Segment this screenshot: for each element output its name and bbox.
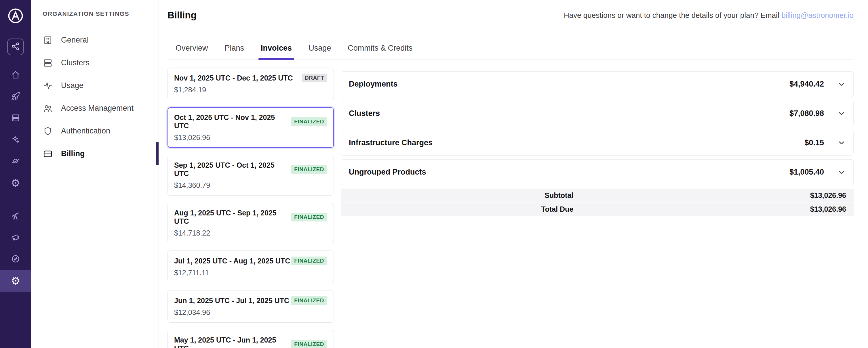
invoices-content: Nov 1, 2025 UTC - Dec 1, 2025 UTC DRAFT … <box>167 68 854 348</box>
charge-group-amount: $1,005.40 <box>789 168 824 177</box>
charge-group-ungrouped[interactable]: Ungrouped Products $1,005.40 <box>341 159 854 185</box>
chevron-down-icon[interactable] <box>837 109 846 118</box>
sidebar-item-label: Clusters <box>61 58 90 67</box>
sidebar-item-usage[interactable]: Usage <box>31 74 159 97</box>
tab-commits-credits[interactable]: Commits & Credits <box>348 44 412 60</box>
compass-icon <box>11 254 20 264</box>
page-title: Billing <box>167 10 196 21</box>
charge-group-amount: $0.15 <box>804 138 824 147</box>
sidebar-header: ORGANIZATION SETTINGS <box>42 10 159 17</box>
invoice-summary: Subtotal $13,026.96 Total Due $13,026.96 <box>341 189 854 216</box>
rail-button-home[interactable] <box>0 64 31 86</box>
invoice-card[interactable]: Jul 1, 2025 UTC - Aug 1, 2025 UTC FINALI… <box>167 251 334 283</box>
rail-button-deployments[interactable] <box>0 86 31 107</box>
invoice-period: May 1, 2025 UTC - Jun 1, 2025 UTC <box>174 336 291 348</box>
telescope-icon <box>11 211 20 221</box>
invoice-list: Nov 1, 2025 UTC - Dec 1, 2025 UTC DRAFT … <box>167 68 334 348</box>
tab-plans[interactable]: Plans <box>225 44 244 60</box>
invoice-card[interactable]: Oct 1, 2025 UTC - Nov 1, 2025 UTC FINALI… <box>167 107 334 148</box>
users-icon <box>42 103 53 114</box>
rail-button-help[interactable] <box>0 249 31 270</box>
sidebar-item-authentication[interactable]: Authentication <box>31 120 159 143</box>
home-icon <box>11 70 20 81</box>
invoice-period: Sep 1, 2025 UTC - Oct 1, 2025 UTC <box>174 161 291 178</box>
org-switcher-button[interactable] <box>7 38 24 55</box>
total-due-row: Total Due $13,026.96 <box>341 202 854 216</box>
invoice-amount: $12,711.11 <box>174 268 327 277</box>
total-due-amount: $13,026.96 <box>573 205 846 213</box>
sidebar-item-general[interactable]: General <box>31 29 159 52</box>
org-nodes-icon <box>11 42 20 52</box>
invoice-status-badge: FINALIZED <box>291 257 327 265</box>
invoice-card[interactable]: May 1, 2025 UTC - Jun 1, 2025 UTC FINALI… <box>167 330 334 348</box>
sidebar-item-billing[interactable]: Billing <box>31 143 159 165</box>
billing-email-link[interactable]: billing@astronomer.io <box>782 11 854 20</box>
sidebar-item-label: Authentication <box>61 127 110 135</box>
sidebar-item-access-management[interactable]: Access Management <box>31 97 159 120</box>
gear-icon: ⚙ <box>11 276 20 286</box>
invoice-period: Jul 1, 2025 UTC - Aug 1, 2025 UTC <box>174 257 290 265</box>
megaphone-icon <box>11 233 20 243</box>
rail-button-clusters[interactable] <box>0 107 31 129</box>
activity-icon <box>42 81 53 91</box>
charge-group-infrastructure[interactable]: Infrastructure Charges $0.15 <box>341 130 854 156</box>
invoice-amount: $14,718.22 <box>174 229 327 237</box>
chevron-down-icon[interactable] <box>837 168 846 177</box>
invoice-amount: $14,360.79 <box>174 181 327 190</box>
chevron-down-icon[interactable] <box>837 138 846 147</box>
invoice-period: Oct 1, 2025 UTC - Nov 1, 2025 UTC <box>174 113 291 130</box>
sidebar-item-clusters[interactable]: Clusters <box>31 52 159 74</box>
tab-usage[interactable]: Usage <box>309 44 331 60</box>
invoice-status-badge: FINALIZED <box>291 340 327 348</box>
rail-button-ai[interactable] <box>0 129 31 151</box>
invoice-card[interactable]: Sep 1, 2025 UTC - Oct 1, 2025 UTC FINALI… <box>167 155 334 196</box>
settings-sidebar: ORGANIZATION SETTINGS General Clusters <box>31 0 159 348</box>
sidebar-item-label: Usage <box>61 81 84 90</box>
billing-help-text: Have questions or want to change the det… <box>564 11 854 20</box>
total-due-label: Total Due <box>341 205 573 213</box>
chevron-down-icon[interactable] <box>837 80 846 89</box>
page-header: Billing Have questions or want to change… <box>167 10 854 21</box>
rail-button-environment[interactable]: ⚙ <box>0 172 31 194</box>
invoice-detail: Deployments $4,940.42 Clusters $7,080.98… <box>341 71 854 216</box>
invoice-amount: $13,026.96 <box>174 133 327 142</box>
invoice-amount: $12,034.96 <box>174 308 327 317</box>
main-content: Billing Have questions or want to change… <box>159 0 868 348</box>
sparkles-icon <box>11 135 20 145</box>
invoice-amount: $1,284.19 <box>174 86 327 94</box>
rail-button-observe[interactable] <box>0 205 31 227</box>
shield-icon <box>42 126 53 136</box>
icon-rail: ⚙ <box>0 0 31 348</box>
rail-button-registry[interactable] <box>0 151 31 172</box>
rail-button-announcements[interactable] <box>0 227 31 249</box>
subtotal-amount: $13,026.96 <box>573 191 846 199</box>
charge-group-label: Deployments <box>349 80 789 89</box>
subtotal-row: Subtotal $13,026.96 <box>341 189 854 202</box>
invoice-status-badge: DRAFT <box>302 74 327 82</box>
server-stack-icon <box>42 58 53 68</box>
invoice-card[interactable]: Jun 1, 2025 UTC - Jul 1, 2025 UTC FINALI… <box>167 290 334 323</box>
invoice-card[interactable]: Nov 1, 2025 UTC - Dec 1, 2025 UTC DRAFT … <box>167 68 334 100</box>
invoice-period: Nov 1, 2025 UTC - Dec 1, 2025 UTC <box>174 74 293 82</box>
app-root: ⚙ <box>0 0 868 348</box>
charge-group-label: Ungrouped Products <box>349 168 789 177</box>
invoice-status-badge: FINALIZED <box>291 165 327 174</box>
invoice-status-badge: FINALIZED <box>291 213 327 221</box>
tab-invoices[interactable]: Invoices <box>261 44 292 60</box>
rail-button-settings[interactable]: ⚙ <box>0 270 31 292</box>
charge-group-amount: $4,940.42 <box>789 80 824 89</box>
charge-group-clusters[interactable]: Clusters $7,080.98 <box>341 101 854 126</box>
subtotal-label: Subtotal <box>341 191 573 199</box>
sidebar-item-label: Access Management <box>61 104 133 113</box>
invoice-card[interactable]: Aug 1, 2025 UTC - Sep 1, 2025 UTC FINALI… <box>167 203 334 243</box>
astronomer-logo[interactable] <box>7 7 24 24</box>
credit-card-icon <box>42 149 53 159</box>
charge-group-deployments[interactable]: Deployments $4,940.42 <box>341 71 854 97</box>
invoice-period: Aug 1, 2025 UTC - Sep 1, 2025 UTC <box>174 209 291 225</box>
invoice-status-badge: FINALIZED <box>291 117 327 126</box>
building-icon <box>42 35 53 45</box>
sidebar-item-label: Billing <box>61 149 85 158</box>
tab-overview[interactable]: Overview <box>176 44 208 60</box>
invoice-period: Jun 1, 2025 UTC - Jul 1, 2025 UTC <box>174 296 289 305</box>
rocket-icon <box>11 92 20 102</box>
